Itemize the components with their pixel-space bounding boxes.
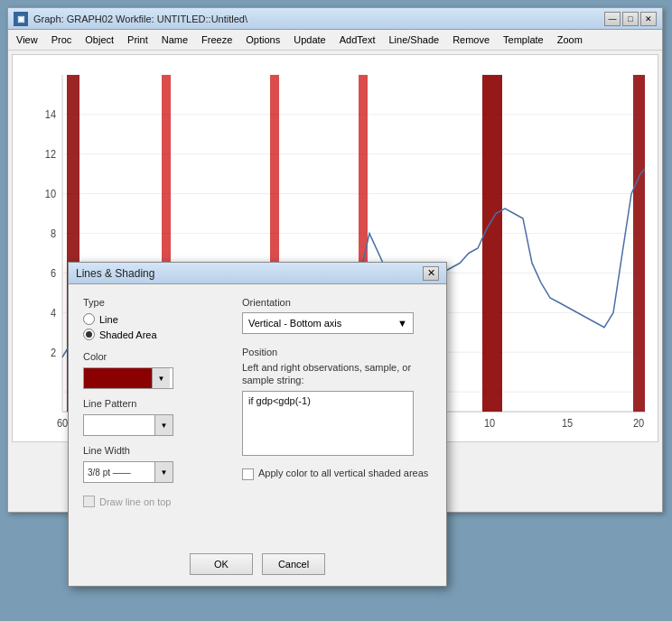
type-label: Type [83, 297, 228, 308]
svg-text:8: 8 [51, 227, 56, 239]
dialog-footer: OK Cancel [69, 553, 446, 575]
radio-line-label: Line [99, 314, 118, 325]
menu-options[interactable]: Options [239, 32, 286, 48]
menu-name[interactable]: Name [155, 32, 194, 48]
menu-lineshade[interactable]: Line/Shade [382, 32, 445, 48]
draw-line-label: Draw line on top [99, 496, 172, 507]
menu-template[interactable]: Template [497, 32, 550, 48]
draw-line-checkbox[interactable] [83, 496, 95, 507]
menu-update[interactable]: Update [287, 32, 331, 48]
svg-text:2: 2 [51, 347, 56, 358]
color-dropdown-arrow: ▼ [152, 368, 170, 388]
color-label: Color [83, 351, 228, 362]
menu-object[interactable]: Object [79, 32, 120, 48]
dialog-title: Lines & Shading [76, 267, 154, 280]
position-label: Position [242, 347, 432, 357]
minimize-button[interactable]: — [604, 12, 621, 26]
pattern-dropdown[interactable]: ▼ [83, 414, 173, 436]
menu-print[interactable]: Print [121, 32, 154, 48]
dialog-right-panel: Orientation Vertical - Bottom axis ▼ Pos… [242, 297, 432, 507]
cancel-button[interactable]: Cancel [262, 553, 325, 575]
radio-shaded-label: Shaded Area [99, 329, 157, 340]
menu-zoom[interactable]: Zoom [551, 32, 589, 48]
svg-text:14: 14 [45, 109, 57, 121]
apply-check[interactable]: Apply color to all vertical shaded areas [242, 468, 432, 480]
color-dropdown[interactable]: ▼ [83, 367, 173, 389]
orientation-label: Orientation [242, 297, 432, 308]
menu-remove[interactable]: Remove [446, 32, 496, 48]
color-section: Color ▼ [83, 351, 228, 389]
title-bar: ▣ Graph: GRAPH02 Workfile: UNTITLED::Unt… [8, 8, 662, 30]
svg-rect-27 [482, 75, 502, 412]
menu-freeze[interactable]: Freeze [195, 32, 238, 48]
svg-text:6: 6 [51, 267, 56, 279]
menu-proc[interactable]: Proc [45, 32, 79, 48]
pattern-dropdown-arrow: ▼ [154, 415, 173, 435]
width-dropdown[interactable]: 3/8 pt —— ▼ [83, 461, 173, 483]
pattern-fill [84, 415, 154, 435]
svg-text:10: 10 [45, 189, 56, 200]
lines-shading-dialog: Lines & Shading ✕ Type Line Shaded Area … [68, 262, 447, 587]
window-title: Graph: GRAPH02 Workfile: UNTITLED::Untit… [33, 14, 247, 24]
width-label: Line Width [83, 445, 228, 456]
dialog-title-bar: Lines & Shading ✕ [69, 263, 446, 284]
svg-text:4: 4 [51, 307, 57, 319]
pattern-label: Line Pattern [83, 398, 228, 409]
svg-text:15: 15 [562, 417, 573, 429]
menu-addtext[interactable]: AddText [333, 32, 382, 48]
apply-checkbox[interactable] [242, 468, 254, 480]
svg-text:20: 20 [633, 417, 644, 429]
menu-bar: View Proc Object Print Name Freeze Optio… [8, 30, 662, 51]
ok-button[interactable]: OK [190, 553, 253, 575]
svg-text:60: 60 [57, 417, 68, 429]
app-icon: ▣ [14, 12, 28, 26]
radio-line-item[interactable]: Line [83, 313, 228, 325]
close-button[interactable]: ✕ [640, 12, 657, 26]
dialog-close-button[interactable]: ✕ [423, 266, 439, 281]
color-swatch [84, 368, 152, 388]
svg-text:10: 10 [484, 417, 495, 429]
radio-line-circle[interactable] [83, 313, 95, 325]
draw-line-check[interactable]: Draw line on top [83, 496, 228, 507]
dialog-body: Type Line Shaded Area Color ▼ [69, 284, 446, 520]
pattern-section: Line Pattern ▼ [83, 398, 228, 436]
radio-shaded-circle[interactable] [83, 329, 95, 340]
dialog-left-panel: Type Line Shaded Area Color ▼ [83, 297, 228, 507]
orientation-value: Vertical - Bottom axis [248, 318, 341, 329]
orientation-dropdown[interactable]: Vertical - Bottom axis ▼ [242, 312, 414, 334]
maximize-button[interactable]: □ [622, 12, 639, 26]
width-dropdown-arrow: ▼ [154, 462, 173, 482]
position-input[interactable] [242, 391, 414, 456]
orientation-arrow: ▼ [397, 318, 407, 329]
window-controls: — □ ✕ [604, 12, 657, 26]
menu-view[interactable]: View [10, 32, 44, 48]
svg-text:12: 12 [45, 149, 56, 161]
type-radio-group: Line Shaded Area [83, 313, 228, 340]
width-section: Line Width 3/8 pt —— ▼ [83, 445, 228, 483]
position-sublabel: Left and right observations, sample, or … [242, 361, 432, 387]
radio-shaded-item[interactable]: Shaded Area [83, 329, 228, 340]
apply-label: Apply color to all vertical shaded areas [258, 468, 428, 478]
width-value: 3/8 pt —— [84, 468, 154, 477]
svg-rect-28 [633, 75, 645, 412]
